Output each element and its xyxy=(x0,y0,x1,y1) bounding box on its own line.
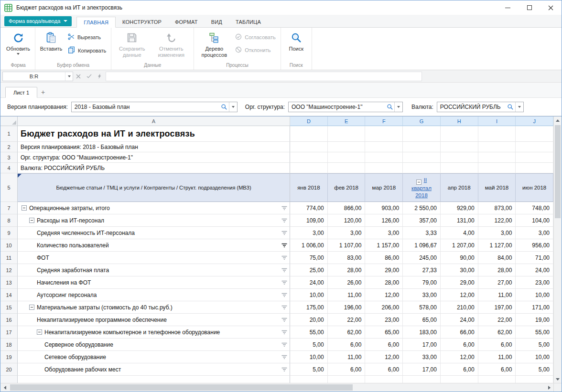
row-header[interactable]: 20 xyxy=(0,363,18,376)
filter-button[interactable] xyxy=(279,280,290,285)
column-header-E[interactable]: E xyxy=(328,117,366,126)
filter-button[interactable] xyxy=(279,231,290,235)
value-cell[interactable]: 929,00 xyxy=(441,202,478,214)
value-cell[interactable]: 20,00 xyxy=(290,314,328,326)
search-icon[interactable] xyxy=(385,102,394,112)
cell[interactable] xyxy=(328,126,366,142)
budget-item-cell[interactable]: Начисления на ФОТ xyxy=(18,276,290,289)
value-cell[interactable]: 6,00 xyxy=(441,363,478,376)
minimize-button[interactable] xyxy=(497,0,519,15)
value-cell[interactable]: 1 107,00 xyxy=(328,239,366,252)
value-cell[interactable]: 4,00 xyxy=(441,227,478,239)
value-cell[interactable]: 1 127,00 xyxy=(478,239,516,252)
value-cell[interactable]: 6,00 xyxy=(328,339,366,351)
row-header[interactable]: 5 xyxy=(0,173,18,202)
budget-item-cell[interactable]: Количество пользователей xyxy=(18,239,290,252)
value-cell[interactable]: 65,00 xyxy=(403,314,441,326)
value-cell[interactable]: 17,00 xyxy=(403,339,441,351)
value-cell[interactable]: 578,00 xyxy=(403,301,441,314)
value-cell[interactable]: 120,00 xyxy=(328,214,366,227)
vertical-scroll-thumb[interactable] xyxy=(555,125,561,218)
value-cell[interactable]: 26,00 xyxy=(328,276,366,289)
value-cell[interactable]: 28,00 xyxy=(478,264,516,276)
value-cell[interactable]: 84,00 xyxy=(478,252,516,264)
row-header[interactable]: 7 xyxy=(0,202,18,214)
select-all-corner[interactable] xyxy=(0,117,18,126)
value-cell[interactable]: 65,00 xyxy=(365,326,403,339)
value-cell[interactable]: 1 157,00 xyxy=(365,239,403,252)
value-cell[interactable]: 873,00 xyxy=(478,202,516,214)
row-header[interactable]: 2 xyxy=(0,142,18,152)
confirm-icon[interactable] xyxy=(84,72,94,81)
budget-item-cell[interactable]: Средняя заработная плата xyxy=(18,264,290,276)
info-cell[interactable]: Версия планирования: 2018 - Базовый план xyxy=(18,142,290,152)
value-cell[interactable]: 3,00 xyxy=(516,227,553,239)
value-cell[interactable]: 24,00 xyxy=(290,276,328,289)
row-header[interactable]: 4 xyxy=(0,163,18,173)
copy-button[interactable]: Копировать xyxy=(65,45,109,56)
value-cell[interactable]: 11,00 xyxy=(478,351,516,363)
filter-button[interactable] xyxy=(279,305,290,310)
value-cell[interactable]: 6,00 xyxy=(365,363,403,376)
column-header-D[interactable]: D xyxy=(290,117,328,126)
value-cell[interactable]: 245,00 xyxy=(403,252,441,264)
paste-button[interactable]: Вставить xyxy=(37,29,65,53)
value-cell[interactable]: 6,00 xyxy=(328,363,366,376)
cell[interactable] xyxy=(290,163,328,173)
value-cell[interactable]: 197,00 xyxy=(478,301,516,314)
row-header[interactable]: 9 xyxy=(0,227,18,239)
value-cell[interactable]: 206,00 xyxy=(365,301,403,314)
cell[interactable] xyxy=(290,376,328,383)
value-cell[interactable]: 10,00 xyxy=(290,289,328,301)
value-cell[interactable]: 5,00 xyxy=(516,339,553,351)
value-cell[interactable]: 903,00 xyxy=(365,202,403,214)
cell[interactable] xyxy=(403,376,441,383)
value-cell[interactable]: 2 550,00 xyxy=(403,202,441,214)
cell[interactable] xyxy=(516,142,553,152)
scroll-left-button[interactable] xyxy=(0,383,9,392)
column-header-G[interactable]: G xyxy=(403,117,441,126)
value-cell[interactable]: 12,00 xyxy=(441,351,478,363)
value-cell[interactable]: 79,00 xyxy=(403,276,441,289)
cell[interactable] xyxy=(365,142,403,152)
chevron-down-icon[interactable] xyxy=(65,72,73,81)
value-cell[interactable]: 5,00 xyxy=(290,339,328,351)
value-cell[interactable]: 175,00 xyxy=(290,301,328,314)
process-tree-button[interactable]: Дерево процессов xyxy=(196,29,232,59)
value-cell[interactable]: 29,00 xyxy=(441,276,478,289)
org-structure-combo[interactable]: ООО "Машиностроение-1" xyxy=(288,102,403,112)
scroll-right-button[interactable] xyxy=(545,383,553,392)
value-cell[interactable]: 33,00 xyxy=(403,289,441,301)
value-cell[interactable]: 90,00 xyxy=(441,252,478,264)
value-cell[interactable]: 6,00 xyxy=(365,339,403,351)
budget-item-cell[interactable]: Аутсорсинг персонала xyxy=(18,289,290,301)
column-header-J[interactable]: J xyxy=(516,117,553,126)
value-cell[interactable]: 25,00 xyxy=(290,264,328,276)
cell-name-box[interactable]: B:R xyxy=(2,72,73,81)
tab-glavnaya[interactable]: ГЛАВНАЯ xyxy=(76,17,116,28)
cell[interactable] xyxy=(478,152,516,163)
value-cell[interactable]: 28,00 xyxy=(365,276,403,289)
value-cell[interactable]: 774,00 xyxy=(290,202,328,214)
row-header[interactable]: 1 xyxy=(0,126,18,142)
tab-tablitsa[interactable]: ТАБЛИЦА xyxy=(229,16,268,27)
budget-item-cell[interactable]: Серверное оборудование xyxy=(18,339,290,351)
cell[interactable] xyxy=(478,163,516,173)
collapse-button[interactable] xyxy=(29,218,34,223)
value-cell[interactable]: 6,00 xyxy=(478,363,516,376)
value-cell[interactable]: 62,00 xyxy=(478,326,516,339)
budget-item-cell[interactable]: Сетевое оборудование xyxy=(18,351,290,363)
value-cell[interactable]: 866,00 xyxy=(328,202,366,214)
budget-item-cell[interactable]: Оборудование рабочих мест xyxy=(18,363,290,376)
quarter-period-link[interactable]: II квартал 2018 xyxy=(411,177,432,198)
refresh-button[interactable]: Обновить xyxy=(3,29,33,56)
value-cell[interactable]: 3,00 xyxy=(478,227,516,239)
cell[interactable] xyxy=(365,152,403,163)
cell[interactable] xyxy=(403,152,441,163)
value-cell[interactable]: 66,00 xyxy=(441,326,478,339)
budget-item-cell[interactable]: Материальные затраты (стоимость до 40 ты… xyxy=(18,301,290,314)
value-cell[interactable]: 11,00 xyxy=(328,351,366,363)
cell[interactable] xyxy=(478,126,516,142)
value-cell[interactable]: 131,00 xyxy=(441,214,478,227)
filter-button[interactable] xyxy=(279,293,290,297)
